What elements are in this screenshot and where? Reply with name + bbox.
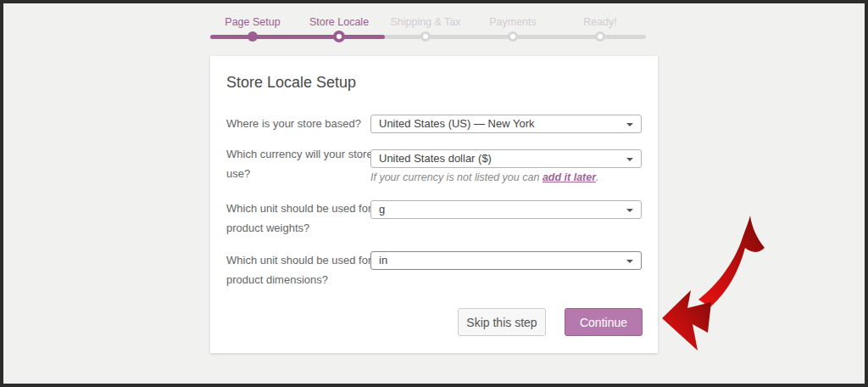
progress-fill bbox=[210, 35, 385, 39]
chevron-down-icon bbox=[626, 123, 633, 126]
chevron-down-icon bbox=[626, 158, 633, 161]
skip-step-button[interactable]: Skip this step bbox=[458, 308, 546, 336]
currency-select[interactable]: United States dollar ($) bbox=[370, 149, 642, 168]
field-label-currency: Which currency will your store use? bbox=[226, 144, 375, 183]
step-dot-shipping-tax bbox=[420, 31, 431, 42]
store-locale-card: Store Locale Setup Where is your store b… bbox=[210, 56, 658, 353]
helper-suffix: . bbox=[596, 171, 598, 183]
chevron-down-icon bbox=[626, 260, 633, 263]
step-dot-page-setup bbox=[248, 31, 258, 42]
field-label-dimension-unit: Which unit should be used for product di… bbox=[226, 250, 375, 289]
field-label-store-location: Where is your store based? bbox=[226, 114, 375, 133]
step-dot-payments bbox=[508, 31, 518, 42]
red-arrow-annotation bbox=[657, 212, 776, 355]
continue-button[interactable]: Continue bbox=[565, 308, 643, 336]
field-label-weight-unit: Which unit should be used for product we… bbox=[226, 199, 375, 238]
step-ready: Ready! bbox=[545, 15, 655, 29]
add-it-later-link[interactable]: add it later bbox=[542, 171, 596, 183]
weight-unit-select[interactable]: g bbox=[370, 200, 642, 219]
currency-select-value: United States dollar ($) bbox=[379, 152, 492, 165]
weight-unit-select-value: g bbox=[379, 203, 385, 216]
screenshot-frame: Page Setup Store Locale Shipping & Tax P… bbox=[0, 0, 868, 387]
country-select[interactable]: United States (US) — New York bbox=[370, 115, 642, 133]
country-select-value: United States (US) — New York bbox=[379, 117, 535, 130]
dimension-unit-select[interactable]: in bbox=[370, 251, 642, 270]
step-dot-store-locale bbox=[333, 31, 345, 42]
page-title: Store Locale Setup bbox=[226, 74, 356, 92]
helper-prefix: If your currency is not listed you can bbox=[370, 171, 542, 183]
step-dot-ready bbox=[595, 31, 605, 42]
dimension-unit-select-value: in bbox=[379, 254, 387, 266]
chevron-down-icon bbox=[626, 209, 633, 212]
currency-helper-text: If your currency is not listed you can a… bbox=[370, 171, 599, 183]
